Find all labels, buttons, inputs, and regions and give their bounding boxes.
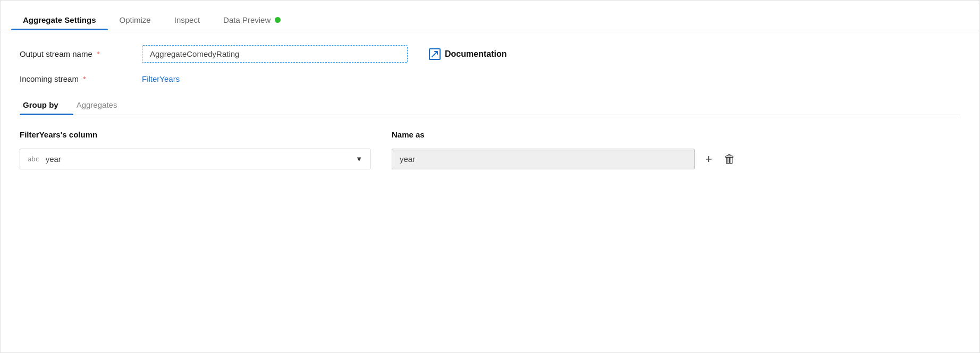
sub-tab-bar: Group by Aggregates (20, 95, 960, 115)
external-link-icon (429, 48, 441, 60)
tab-bar: Aggregate Settings Optimize Inspect Data… (1, 1, 979, 30)
tab-aggregate-settings[interactable]: Aggregate Settings (11, 8, 108, 30)
incoming-stream-label: Incoming stream * (20, 74, 142, 83)
tab-inspect[interactable]: Inspect (163, 8, 212, 30)
column-dropdown[interactable]: abc year ▼ (20, 149, 370, 169)
output-stream-row: Output stream name * Documentation (20, 45, 960, 63)
tab-data-preview[interactable]: Data Preview (212, 8, 292, 30)
main-container: Aggregate Settings Optimize Inspect Data… (0, 0, 980, 353)
group-by-section: FilterYears's column abc year ▼ Name as … (20, 130, 960, 169)
delete-row-button[interactable]: 🗑 (721, 152, 739, 166)
chevron-down-icon: ▼ (356, 155, 362, 163)
incoming-stream-link[interactable]: FilterYears (142, 74, 180, 83)
row-actions: + 🗑 (702, 152, 739, 166)
incoming-stream-required: * (83, 74, 86, 83)
add-row-button[interactable]: + (702, 152, 715, 166)
sub-tab-aggregates[interactable]: Aggregates (73, 95, 132, 115)
output-stream-input[interactable] (142, 45, 408, 63)
output-stream-label: Output stream name * (20, 49, 142, 58)
name-as-input[interactable] (392, 149, 695, 169)
filter-years-column-header: FilterYears's column (20, 130, 370, 139)
trash-icon: 🗑 (724, 152, 736, 166)
name-as-column-block: Name as + 🗑 (392, 130, 739, 169)
main-content: Output stream name * Documentation Incom… (1, 30, 979, 184)
documentation-label: Documentation (445, 49, 506, 59)
filter-years-column-block: FilterYears's column abc year ▼ (20, 130, 370, 169)
data-preview-status-dot (275, 17, 281, 23)
incoming-stream-row: Incoming stream * FilterYears (20, 74, 960, 83)
output-stream-required: * (97, 49, 100, 58)
name-as-row: + 🗑 (392, 149, 739, 169)
type-badge: abc (28, 156, 39, 163)
sub-tab-group-by[interactable]: Group by (20, 95, 73, 115)
documentation-link[interactable]: Documentation (429, 48, 506, 60)
tab-optimize[interactable]: Optimize (108, 8, 163, 30)
column-value: year (46, 154, 61, 163)
name-as-header: Name as (392, 130, 739, 139)
